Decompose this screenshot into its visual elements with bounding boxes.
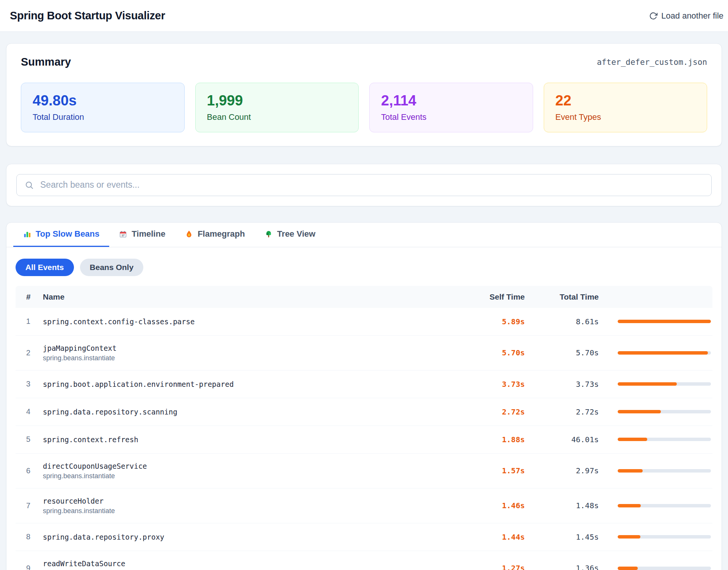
bean-name: spring.data.repository.scanning xyxy=(43,408,457,416)
search-input[interactable] xyxy=(16,174,712,196)
self-time: 5.89s xyxy=(457,317,525,326)
event-filter-pills: All Events Beans Only xyxy=(16,259,712,276)
total-time: 5.70s xyxy=(525,348,599,357)
duration-bar xyxy=(599,469,712,473)
header-self-time: Self Time xyxy=(457,292,525,301)
total-time: 46.01s xyxy=(525,435,599,444)
table-row[interactable]: 4 spring.data.repository.scanning 2.72s … xyxy=(16,398,712,426)
self-time: 3.73s xyxy=(457,380,525,389)
table-row[interactable]: 8 spring.data.repository.proxy 1.44s 1.4… xyxy=(16,523,712,551)
duration-bar xyxy=(599,567,712,570)
calendar-icon: 17 xyxy=(119,230,127,238)
table-row[interactable]: 1 spring.context.config-classes.parse 5.… xyxy=(16,308,712,336)
row-rank: 4 xyxy=(16,407,43,416)
duration-bar-track xyxy=(618,438,711,441)
tree-icon xyxy=(265,230,273,238)
duration-bar xyxy=(599,535,712,539)
total-time: 2.97s xyxy=(525,466,599,475)
search-icon xyxy=(25,181,34,190)
total-time: 1.48s xyxy=(525,501,599,510)
duration-bar-track xyxy=(618,410,711,413)
duration-bar-track xyxy=(618,351,711,355)
row-rank: 3 xyxy=(16,380,43,388)
stat-card-total-events: 2,114 Total Events xyxy=(369,83,533,132)
self-time: 1.57s xyxy=(457,466,525,475)
bean-name: directCouponUsageService xyxy=(43,462,457,470)
total-time: 1.36s xyxy=(525,564,599,570)
tab-timeline[interactable]: 17 Timeline xyxy=(109,223,175,247)
duration-bar-fill xyxy=(618,410,661,413)
filter-pill-all-events[interactable]: All Events xyxy=(16,259,74,276)
slow-beans-table: # Name Self Time Total Time 1 spring.con… xyxy=(16,286,712,570)
duration-bar-fill xyxy=(618,438,647,441)
duration-bar xyxy=(599,320,712,323)
table-header-row: # Name Self Time Total Time xyxy=(16,286,712,308)
bean-name: spring.context.refresh xyxy=(43,435,457,444)
stat-label: Bean Count xyxy=(207,112,347,122)
header-rank: # xyxy=(16,292,43,301)
table-row[interactable]: 6 directCouponUsageService spring.beans.… xyxy=(16,454,712,488)
duration-bar xyxy=(599,504,712,507)
duration-bar-track xyxy=(618,320,711,323)
stat-card-bean-count: 1,999 Bean Count xyxy=(195,83,359,132)
stat-label: Total Events xyxy=(381,112,521,122)
row-rank: 2 xyxy=(16,349,43,357)
stats-grid: 49.80s Total Duration 1,999 Bean Count 2… xyxy=(21,83,707,132)
duration-bar-fill xyxy=(618,351,708,355)
total-time: 8.61s xyxy=(525,317,599,326)
event-type-label: spring.beans.instantiate xyxy=(43,507,457,515)
row-rank: 1 xyxy=(16,317,43,326)
duration-bar xyxy=(599,351,712,355)
bean-name: spring.boot.application.environment-prep… xyxy=(43,380,457,388)
summary-card: Summary after_defer_custom.json 49.80s T… xyxy=(6,43,722,146)
page-title: Spring Boot Startup Visualizer xyxy=(10,9,165,22)
bean-name: spring.data.repository.proxy xyxy=(43,533,457,541)
duration-bar-track xyxy=(618,567,711,570)
table-row[interactable]: 3 spring.boot.application.environment-pr… xyxy=(16,371,712,398)
header-name: Name xyxy=(43,292,457,301)
table-row[interactable]: 2 jpaMappingContext spring.beans.instant… xyxy=(16,336,712,371)
svg-text:17: 17 xyxy=(122,234,125,237)
row-rank: 9 xyxy=(16,564,43,570)
main-panel-card: Top Slow Beans 17 Timeline Flamegraph Tr… xyxy=(6,222,722,570)
tab-bar: Top Slow Beans 17 Timeline Flamegraph Tr… xyxy=(6,223,722,247)
table-body: 1 spring.context.config-classes.parse 5.… xyxy=(16,308,712,570)
load-another-file-button[interactable]: Load another file xyxy=(649,11,723,21)
row-rank: 7 xyxy=(16,501,43,510)
header-total-time: Total Time xyxy=(525,292,599,301)
row-rank: 5 xyxy=(16,435,43,444)
stat-value: 1,999 xyxy=(207,93,347,109)
stat-value: 49.80s xyxy=(33,93,173,109)
table-row[interactable]: 7 resourceHolder spring.beans.instantiat… xyxy=(16,488,712,523)
stat-card-total-duration: 49.80s Total Duration xyxy=(21,83,185,132)
search-card xyxy=(6,164,722,206)
self-time: 5.70s xyxy=(457,348,525,357)
table-row[interactable]: 5 spring.context.refresh 1.88s 46.01s xyxy=(16,426,712,454)
summary-title: Summary xyxy=(21,56,71,68)
stat-card-event-types: 22 Event Types xyxy=(544,83,708,132)
duration-bar-track xyxy=(618,535,711,539)
loaded-filename: after_defer_custom.json xyxy=(597,58,707,67)
self-time: 1.88s xyxy=(457,435,525,444)
tab-top-slow-beans[interactable]: Top Slow Beans xyxy=(13,223,109,247)
bar-chart-icon xyxy=(23,230,31,238)
row-rank: 8 xyxy=(16,532,43,541)
bean-name: resourceHolder xyxy=(43,497,457,505)
total-time: 2.72s xyxy=(525,407,599,416)
duration-bar-fill xyxy=(618,567,638,570)
tab-flamegraph[interactable]: Flamegraph xyxy=(175,223,255,247)
refresh-icon xyxy=(649,12,657,20)
bean-name: readWriteDataSource xyxy=(43,559,457,568)
row-rank: 6 xyxy=(16,466,43,475)
filter-pill-beans-only[interactable]: Beans Only xyxy=(80,259,144,276)
stat-label: Total Duration xyxy=(33,112,173,122)
tab-tree-view[interactable]: Tree View xyxy=(255,223,325,247)
duration-bar-fill xyxy=(618,535,640,539)
table-row[interactable]: 9 readWriteDataSource spring.beans.insta… xyxy=(16,551,712,570)
duration-bar-fill xyxy=(618,504,641,507)
duration-bar-track xyxy=(618,382,711,386)
duration-bar-track xyxy=(618,469,711,473)
self-time: 1.44s xyxy=(457,532,525,542)
app-header: Spring Boot Startup Visualizer Load anot… xyxy=(0,0,728,32)
fire-icon xyxy=(185,230,193,238)
